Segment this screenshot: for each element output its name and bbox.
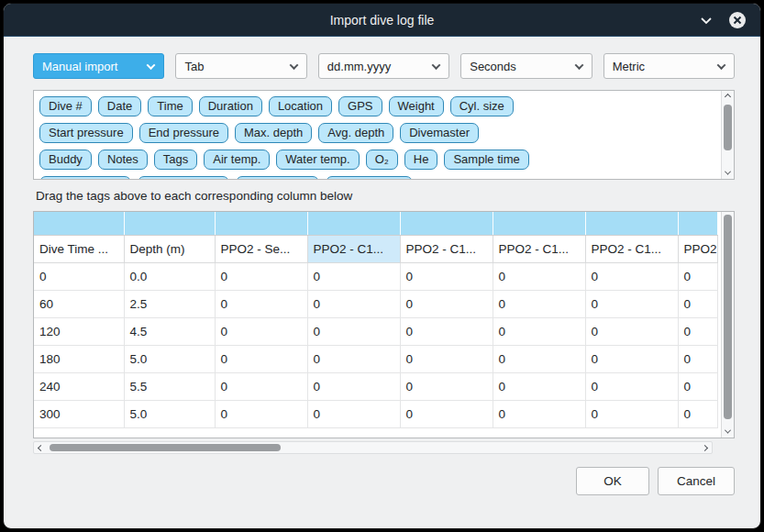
column-header: PPO2 - C1...	[307, 235, 400, 262]
close-icon[interactable]	[727, 10, 747, 30]
table-cell: 0	[493, 262, 585, 290]
column-header: PPO2 - C1...	[585, 235, 678, 262]
tag-sample-po2[interactable]: Sample pO₂	[236, 176, 318, 180]
table-cell: 0	[400, 290, 493, 317]
tag-time[interactable]: Time	[148, 96, 192, 116]
table-horizontal-scrollbar[interactable]	[33, 441, 713, 454]
tag-avg-depth[interactable]: Avg. depth	[318, 123, 393, 143]
column-drop-target[interactable]	[215, 212, 307, 235]
tag-sample-temp[interactable]: Sample temp.	[138, 176, 229, 180]
field-separator-select[interactable]: Tab	[175, 53, 306, 79]
tag-rows: Dive # Date Time Duration Location GPS W…	[34, 91, 734, 180]
scrollbar-thumb[interactable]	[724, 105, 732, 150]
tag-he[interactable]: He	[404, 150, 438, 170]
tag-divemaster[interactable]: Divemaster	[400, 123, 479, 143]
table-cell: 0	[493, 400, 585, 427]
scroll-down-icon[interactable]	[722, 167, 734, 179]
tag-sample-time[interactable]: Sample time	[444, 150, 528, 170]
table-cell: 0	[307, 345, 400, 372]
table-row: 60 2.5 0 0 0 0 0 0	[34, 290, 717, 317]
column-drop-target[interactable]	[34, 212, 124, 235]
chevron-down-icon	[147, 61, 156, 70]
tag-date[interactable]: Date	[98, 96, 141, 116]
scroll-right-icon[interactable]	[699, 442, 711, 453]
units-select[interactable]: Metric	[603, 53, 735, 79]
tag-duration[interactable]: Duration	[199, 96, 262, 116]
table-vertical-scrollbar[interactable]	[721, 212, 734, 438]
tag-location[interactable]: Location	[269, 96, 332, 116]
table-row: 300 5.0 0 0 0 0 0 0	[34, 400, 717, 427]
tag-water-temp[interactable]: Water temp.	[276, 150, 359, 170]
duration-format-select[interactable]: Seconds	[460, 53, 592, 79]
column-header: Depth (m)	[124, 235, 215, 262]
cancel-button[interactable]: Cancel	[658, 467, 735, 495]
tag-weight[interactable]: Weight	[389, 96, 444, 116]
date-format-select[interactable]: dd.mm.yyyy	[318, 53, 449, 79]
tag-air-temp[interactable]: Air temp.	[204, 150, 270, 170]
preview-table-panel: Dive Time ... Depth (m) PPO2 - Se... PPO…	[33, 211, 735, 438]
tag-o2[interactable]: O₂	[366, 150, 398, 170]
tag-row: Dive # Date Time Duration Location GPS W…	[39, 96, 714, 116]
tag-row: Buddy Notes Tags Air temp. Water temp. O…	[39, 150, 714, 170]
table-cell: 0	[215, 290, 307, 317]
scroll-left-icon[interactable]	[35, 442, 47, 453]
column-header: PPO2 - C1...	[493, 235, 585, 262]
table-cell: 0	[400, 400, 493, 427]
scrollbar-thumb[interactable]	[50, 444, 281, 451]
column-drop-target[interactable]	[124, 212, 215, 235]
tag-sample-cns[interactable]: Sample CNS	[326, 176, 413, 180]
column-header: PPO2	[678, 235, 717, 262]
import-mode-select[interactable]: Manual import	[33, 53, 164, 79]
ok-button[interactable]: OK	[576, 467, 649, 495]
table-row: 0 0.0 0 0 0 0 0 0	[34, 262, 717, 290]
tag-start-pressure[interactable]: Start pressure	[39, 123, 133, 143]
scroll-down-icon[interactable]	[722, 426, 734, 438]
scroll-up-icon[interactable]	[722, 91, 734, 103]
table-cell: 4.5	[124, 317, 215, 345]
tag-end-pressure[interactable]: End pressure	[139, 123, 228, 143]
column-header: PPO2 - C1...	[400, 235, 493, 262]
table-cell: 5.0	[124, 345, 215, 372]
tag-row-clipped: Sample depth Sample temp. Sample pO₂ Sam…	[39, 176, 714, 180]
column-drop-target[interactable]	[678, 212, 717, 235]
column-drop-target[interactable]	[585, 212, 678, 235]
scrollbar-thumb[interactable]	[724, 215, 732, 419]
tag-palette: Dive # Date Time Duration Location GPS W…	[33, 90, 735, 180]
tag-cyl-size[interactable]: Cyl. size	[450, 96, 514, 116]
dialog-button-row: OK Cancel	[33, 467, 735, 495]
tag-area-scrollbar[interactable]	[721, 91, 734, 179]
import-dialog-window: Import dive log file Manual import Tab	[3, 3, 761, 529]
tag-sample-depth[interactable]: Sample depth	[39, 176, 131, 180]
tag-gps[interactable]: GPS	[338, 96, 382, 116]
table-cell: 60	[34, 290, 124, 317]
table-cell: 0	[585, 317, 678, 345]
table-cell: 300	[34, 400, 124, 427]
column-drop-target[interactable]	[400, 212, 493, 235]
tag-buddy[interactable]: Buddy	[39, 150, 92, 170]
tag-dive-number[interactable]: Dive #	[39, 96, 92, 116]
chevron-down-icon	[717, 61, 726, 70]
table-cell: 0	[34, 262, 124, 290]
table-cell: 0	[307, 400, 400, 427]
column-drop-target[interactable]	[307, 212, 400, 235]
table-cell: 0	[400, 345, 493, 372]
table-cell: 0	[585, 400, 678, 427]
table-cell: 5.0	[124, 400, 215, 427]
chevron-down-icon	[574, 61, 583, 70]
tag-tags[interactable]: Tags	[154, 150, 197, 170]
table-cell: 0	[585, 290, 678, 317]
column-drop-target[interactable]	[493, 212, 585, 235]
table-cell: 0	[678, 400, 717, 427]
table-row: 180 5.0 0 0 0 0 0 0	[34, 345, 717, 372]
table-cell: 180	[34, 345, 124, 372]
table-cell: 0	[678, 290, 717, 317]
table-cell: 0	[493, 372, 585, 400]
chevron-down-icon[interactable]	[696, 10, 716, 30]
chevron-down-icon	[289, 61, 298, 70]
tag-max-depth[interactable]: Max. depth	[235, 123, 312, 143]
table-cell: 0	[215, 262, 307, 290]
dialog-content: Manual import Tab dd.mm.yyyy Seconds Met…	[4, 37, 760, 528]
table-cell: 240	[34, 372, 124, 400]
tag-notes[interactable]: Notes	[98, 150, 148, 170]
table-cell: 0	[678, 317, 717, 345]
